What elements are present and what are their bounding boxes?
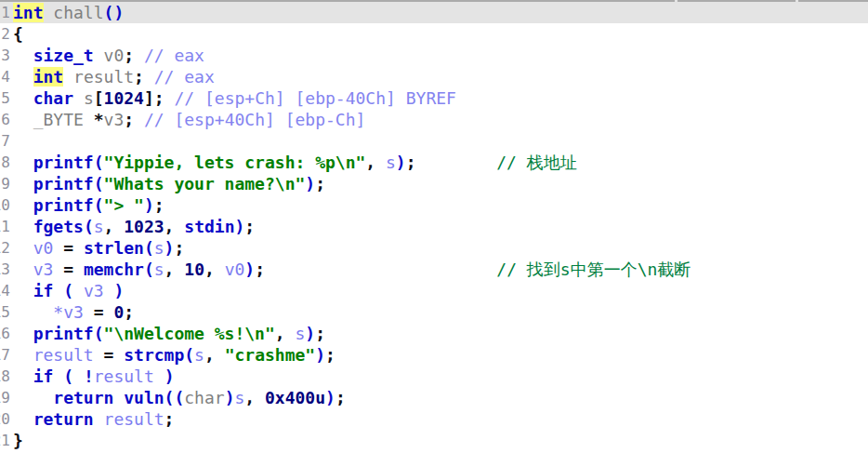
code-token[interactable]: s [94,217,104,236]
code-token[interactable]: [ [94,88,104,108]
code-token[interactable]: ) [164,366,175,386]
code-token[interactable]: , [164,217,185,236]
code-token[interactable]: ( [184,345,194,365]
code-token[interactable]: = [53,238,84,258]
code-token[interactable]: ) [225,388,235,407]
code-token[interactable]: ( [94,195,104,215]
code-token[interactable]: // 栈地址 [496,153,577,172]
code-token[interactable]: s [295,324,305,343]
code-token[interactable]: ( [144,260,154,279]
code-token[interactable]: ( [144,238,154,258]
code-token[interactable]: stdin [184,217,234,236]
code-line[interactable]: 9 printf("Whats your name?\n"); [0,173,868,194]
code-line[interactable]: 19 return vuln((char)s, 0x400u); [0,387,868,408]
code-token[interactable]: printf [33,324,94,343]
code-line[interactable]: 8 printf("Yippie, lets crash: %p\n", s);… [0,152,868,173]
code-token[interactable]: 0x400u [265,388,325,407]
code-token[interactable]: return [33,409,94,429]
code-token[interactable]: ) [305,174,315,193]
code-token[interactable]: , [104,217,125,236]
code-token[interactable]: ) [325,388,335,407]
code-token[interactable]: strlen [84,238,144,258]
code-token[interactable]: = [53,260,84,279]
code-token[interactable]: ( [63,281,73,300]
code-token[interactable]: size_t [33,46,94,65]
code-token[interactable]: // eax [154,67,215,87]
code-token[interactable]: s [386,153,396,172]
code-token[interactable]: ) [144,195,154,215]
code-token[interactable]: ]; [144,88,175,108]
code-token[interactable]: 10 [184,260,204,279]
code-token[interactable]: chall [53,3,103,22]
code-line[interactable]: 13 v3 = memchr(s, 10, v0); // 找到s中第一个\n截… [0,259,868,280]
code-token[interactable]: ) [164,238,175,258]
code-line[interactable]: 5 char s[1024]; // [esp+Ch] [ebp-40Ch] B… [0,87,868,109]
code-token[interactable]: _BYTE [33,110,84,129]
code-token[interactable]: ; [124,46,144,65]
pseudocode-view[interactable]: 1int chall()2{3 size_t v0; // eax4 int r… [0,2,868,451]
code-token[interactable]: ( [94,153,104,172]
code-token[interactable]: ) [396,153,406,172]
code-token[interactable]: fgets [33,217,84,236]
code-token[interactable]: "Whats your name?\n" [104,174,306,193]
code-line[interactable]: 17 result = strcmp(s, "crashme"); [0,344,868,366]
code-token[interactable]: ; [335,388,346,407]
code-token[interactable]: , [204,260,225,279]
code-token[interactable]: s [84,88,94,108]
code-token[interactable]: v0 [33,238,54,258]
code-line[interactable]: 7 [0,130,868,152]
code-token[interactable]: *v3 [53,302,84,322]
code-line[interactable]: 2{ [0,23,868,45]
code-line[interactable]: 12 v0 = strlen(s); [0,237,868,259]
code-token[interactable]: return [53,388,113,407]
code-token[interactable]: } [13,431,23,450]
code-token[interactable]: ) [244,260,255,279]
code-token[interactable]: ) [234,217,244,236]
code-token[interactable]: s [154,260,164,279]
code-token[interactable]: ; [315,324,325,343]
code-token[interactable]: // [esp+40Ch] [ebp-Ch] [144,110,365,129]
code-token[interactable]: ( [94,324,104,343]
code-line[interactable]: 4 int result; // eax [0,66,868,87]
code-token[interactable]: , [275,324,296,343]
code-token[interactable]: () [104,3,125,22]
code-token[interactable]: memchr [84,260,144,279]
code-token[interactable]: , [244,388,265,407]
code-token[interactable]: (( [164,388,185,407]
code-token[interactable]: vuln [124,388,164,407]
code-token[interactable]: = [94,345,125,365]
code-token[interactable]: result [73,67,134,87]
code-token[interactable]: v3 [84,281,104,300]
code-token[interactable]: 1024 [104,88,144,108]
code-token[interactable]: ; [315,174,325,193]
code-token[interactable]: v0 [104,46,125,65]
code-token[interactable]: ; [154,195,164,215]
code-line[interactable]: 6 _BYTE *v3; // [esp+40Ch] [ebp-Ch] [0,109,868,130]
code-token[interactable]: printf [33,195,94,215]
code-line[interactable]: 20 return result; [0,408,868,430]
code-token[interactable]: , [164,260,185,279]
code-token[interactable]: printf [33,174,94,193]
code-token[interactable]: char [33,88,73,108]
code-token[interactable]: ; [174,238,184,258]
code-line[interactable]: 3 size_t v0; // eax [0,45,868,66]
code-token[interactable]: ; [255,260,265,279]
code-token[interactable]: , [365,153,386,172]
code-line[interactable]: 18 if ( !result ) [0,366,868,387]
code-token[interactable]: int [13,3,44,22]
code-token[interactable]: // eax [144,46,204,65]
code-token[interactable]: "crashme" [225,345,316,365]
code-line[interactable]: 15 *v3 = 0; [0,301,868,323]
code-line[interactable]: 16 printf("\nWelcome %s!\n", s); [0,323,868,344]
code-token[interactable]: 0 [113,302,124,322]
code-token[interactable]: "\nWelcome %s!\n" [104,324,275,343]
code-token[interactable]: ) [315,345,325,365]
code-token[interactable]: s [234,388,244,407]
code-token[interactable]: if [33,281,54,300]
code-token[interactable]: // [esp+Ch] [ebp-40Ch] BYREF [174,88,455,108]
code-token[interactable]: ( [63,366,73,386]
code-token[interactable]: { [13,24,23,44]
code-token[interactable]: char [184,388,224,407]
code-token[interactable]: result [94,366,154,386]
code-token[interactable]: v0 [225,260,245,279]
